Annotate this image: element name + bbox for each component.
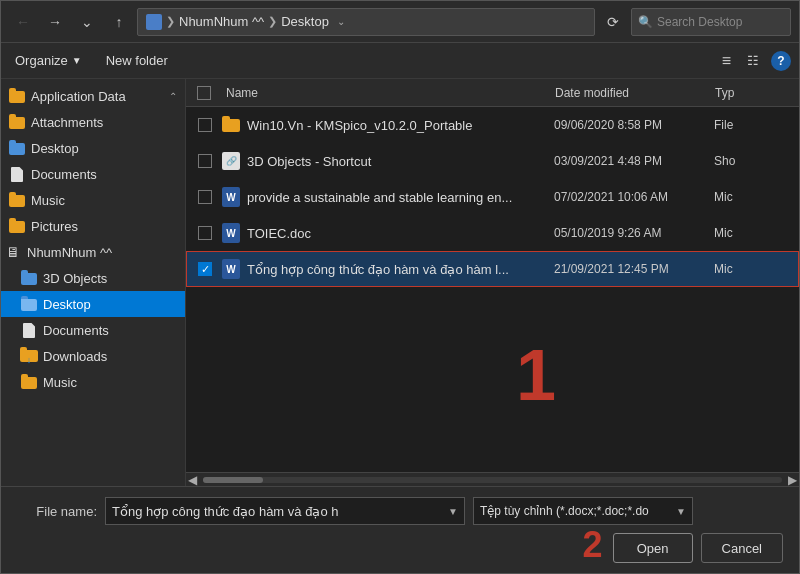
file-icon: 🔗 bbox=[219, 152, 243, 170]
path-icon bbox=[146, 14, 162, 30]
toolbar: Organize ▼ New folder ≡ ☷ ? bbox=[1, 43, 799, 79]
sidebar-item-3d-objects[interactable]: 3D Objects bbox=[1, 265, 185, 291]
chevron-icon-2: ❯ bbox=[268, 15, 277, 28]
organize-dropdown-icon: ▼ bbox=[72, 55, 82, 66]
up-button[interactable]: ↑ bbox=[105, 8, 133, 36]
folder-blue-icon bbox=[21, 270, 37, 286]
address-bar[interactable]: ❯ NhumNhum ^^ ❯ Desktop ⌄ bbox=[137, 8, 595, 36]
sidebar-label: Pictures bbox=[31, 219, 78, 234]
scroll-indicator: ⌃ bbox=[169, 91, 177, 102]
help-button[interactable]: ? bbox=[771, 51, 791, 71]
checkbox[interactable] bbox=[198, 118, 212, 132]
row-checkbox[interactable] bbox=[191, 190, 219, 204]
file-list: Win10.Vn - KMSpico_v10.2.0_Portable 09/0… bbox=[186, 107, 799, 472]
filetype-dropdown-icon[interactable]: ▼ bbox=[676, 506, 686, 517]
folder-icon bbox=[9, 218, 25, 234]
sidebar-item-desktop2[interactable]: Desktop bbox=[1, 291, 185, 317]
row-checkbox[interactable] bbox=[191, 154, 219, 168]
col-type-header[interactable]: Typ bbox=[715, 86, 795, 100]
scroll-right-btn[interactable]: ▶ bbox=[786, 473, 799, 487]
cancel-button[interactable]: Cancel bbox=[701, 533, 783, 563]
view-list-button[interactable]: ≡ bbox=[718, 50, 735, 72]
row-checkbox[interactable] bbox=[191, 226, 219, 240]
refresh-button[interactable]: ⟳ bbox=[599, 8, 627, 36]
col-date-header[interactable]: Date modified bbox=[555, 86, 715, 100]
header-checkbox-col bbox=[190, 86, 218, 100]
folder-icon bbox=[21, 374, 37, 390]
sidebar-item-desktop[interactable]: Desktop bbox=[1, 135, 185, 161]
file-date: 03/09/2021 4:48 PM bbox=[554, 154, 714, 168]
doc-icon bbox=[9, 166, 25, 182]
sidebar-item-nhumhum[interactable]: 🖥 NhumNhum ^^ bbox=[1, 239, 185, 265]
sidebar-item-attachments[interactable]: Attachments bbox=[1, 109, 185, 135]
sidebar-item-music[interactable]: Music bbox=[1, 187, 185, 213]
sidebar-item-music2[interactable]: Music bbox=[1, 369, 185, 395]
checkbox[interactable] bbox=[198, 154, 212, 168]
search-bar[interactable]: 🔍 Search Desktop bbox=[631, 8, 791, 36]
path-part-1: NhumNhum ^^ bbox=[179, 14, 264, 29]
table-row[interactable]: 🔗 3D Objects - Shortcut 03/09/2021 4:48 … bbox=[186, 143, 799, 179]
sidebar-label: Attachments bbox=[31, 115, 103, 130]
folder-icon bbox=[9, 114, 25, 130]
scroll-thumb[interactable] bbox=[203, 477, 263, 483]
sidebar-item-documents[interactable]: Documents bbox=[1, 161, 185, 187]
view-grid-button[interactable]: ☷ bbox=[743, 51, 763, 70]
sidebar-label: Desktop bbox=[31, 141, 79, 156]
filename-input[interactable]: Tổng hợp công thức đạo hàm và đạo h ▼ bbox=[105, 497, 465, 525]
sidebar-label: Music bbox=[43, 375, 77, 390]
sidebar-item-downloads[interactable]: ↓ Downloads bbox=[1, 343, 185, 369]
row-checkbox[interactable]: ✓ bbox=[191, 262, 219, 276]
search-placeholder: Search Desktop bbox=[657, 15, 742, 29]
file-type: Mic bbox=[714, 190, 794, 204]
scroll-left-btn[interactable]: ◀ bbox=[186, 473, 199, 487]
horizontal-scrollbar[interactable]: ◀ ▶ bbox=[186, 472, 799, 486]
column-header: Name Date modified Typ bbox=[186, 79, 799, 107]
forward-button[interactable]: → bbox=[41, 8, 69, 36]
col-name-header[interactable]: Name bbox=[218, 86, 555, 100]
file-type: Mic bbox=[714, 226, 794, 240]
file-date: 07/02/2021 10:06 AM bbox=[554, 190, 714, 204]
recent-button[interactable]: ⌄ bbox=[73, 8, 101, 36]
file-icon: W bbox=[219, 187, 243, 207]
row-checkbox[interactable] bbox=[191, 118, 219, 132]
open-btn-wrapper: 2 Open bbox=[613, 533, 693, 563]
sidebar-label: Music bbox=[31, 193, 65, 208]
folder-icon bbox=[9, 88, 25, 104]
checkbox-checked[interactable]: ✓ bbox=[198, 262, 212, 276]
filename-label: File name: bbox=[17, 504, 97, 519]
folder-blue-icon bbox=[21, 296, 37, 312]
sidebar-label: NhumNhum ^^ bbox=[27, 245, 112, 260]
sidebar-item-documents2[interactable]: Documents bbox=[1, 317, 185, 343]
back-button[interactable]: ← bbox=[9, 8, 37, 36]
file-dialog: ← → ⌄ ↑ ❯ NhumNhum ^^ ❯ Desktop ⌄ ⟳ 🔍 Se… bbox=[0, 0, 800, 574]
open-button[interactable]: Open bbox=[613, 533, 693, 563]
table-row[interactable]: Win10.Vn - KMSpico_v10.2.0_Portable 09/0… bbox=[186, 107, 799, 143]
filename-dropdown-icon[interactable]: ▼ bbox=[448, 506, 458, 517]
checkbox[interactable] bbox=[198, 226, 212, 240]
filetype-dropdown[interactable]: Tệp tùy chỉnh (*.docx;*.doc;*.do ▼ bbox=[473, 497, 693, 525]
file-name: TOIEC.doc bbox=[243, 226, 554, 241]
sidebar-item-application-data[interactable]: Application Data ⌃ bbox=[1, 83, 185, 109]
computer-icon: 🖥 bbox=[5, 244, 21, 260]
organize-button[interactable]: Organize ▼ bbox=[9, 49, 88, 72]
chevron-icon: ❯ bbox=[166, 15, 175, 28]
table-row[interactable]: ✓ W Tổng hợp công thức đạo hàm và đạo hà… bbox=[186, 251, 799, 287]
checkbox[interactable] bbox=[198, 190, 212, 204]
sidebar-label: Downloads bbox=[43, 349, 107, 364]
search-icon: 🔍 bbox=[638, 15, 653, 29]
sidebar-item-pictures[interactable]: Pictures bbox=[1, 213, 185, 239]
table-row[interactable]: W provide a sustainable and stable learn… bbox=[186, 179, 799, 215]
sidebar-label: 3D Objects bbox=[43, 271, 107, 286]
new-folder-button[interactable]: New folder bbox=[100, 49, 174, 72]
file-type: Mic bbox=[714, 262, 794, 276]
sidebar-label: Documents bbox=[31, 167, 97, 182]
file-name: 3D Objects - Shortcut bbox=[243, 154, 554, 169]
table-row[interactable]: W TOIEC.doc 05/10/2019 9:26 AM Mic bbox=[186, 215, 799, 251]
sidebar: Application Data ⌃ Attachments Desktop D… bbox=[1, 79, 186, 486]
header-checkbox[interactable] bbox=[197, 86, 211, 100]
file-name: Tổng hợp công thức đạo hàm và đạo hàm l.… bbox=[243, 262, 554, 277]
folder-icon bbox=[9, 192, 25, 208]
file-area-wrapper: 1 Name Date modified Typ bbox=[186, 79, 799, 486]
address-dropdown-icon[interactable]: ⌄ bbox=[337, 16, 345, 27]
help-label: ? bbox=[777, 54, 784, 68]
